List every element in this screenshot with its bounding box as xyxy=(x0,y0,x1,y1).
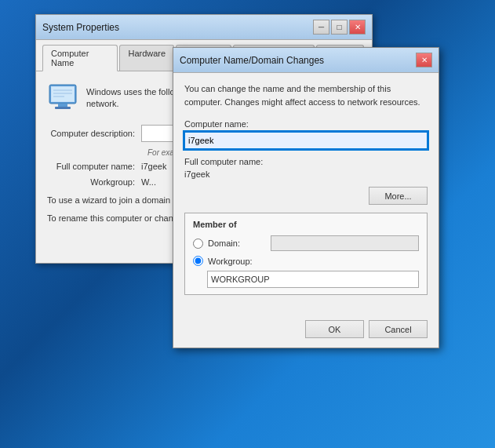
workgroup-radio-row: Workgroup: xyxy=(193,256,419,266)
maximize-button[interactable]: □ xyxy=(331,20,348,35)
title-bar-controls: ─ □ ✕ xyxy=(313,20,366,35)
system-props-title: System Properties xyxy=(42,22,119,33)
more-button[interactable]: More... xyxy=(369,187,428,205)
computer-icon xyxy=(47,82,78,114)
tab-hardware[interactable]: Hardware xyxy=(119,45,174,71)
full-computer-name-label: Full computer name: xyxy=(47,162,141,171)
computer-name-field-label: Computer name: xyxy=(184,119,428,129)
workgroup-input[interactable] xyxy=(207,271,419,288)
full-computer-name-field-value: i7geek xyxy=(184,169,428,179)
ok-button[interactable]: OK xyxy=(305,320,364,338)
workgroup-radio-label: Workgroup: xyxy=(208,257,271,266)
domain-radio-row: Domain: xyxy=(193,235,419,251)
close-button[interactable]: ✕ xyxy=(349,20,366,35)
domain-dialog-close-button[interactable]: ✕ xyxy=(416,53,432,67)
member-of-group: Member of Domain: Workgroup: xyxy=(184,213,428,295)
domain-input[interactable] xyxy=(271,235,419,251)
minimize-button[interactable]: ─ xyxy=(313,20,329,35)
workgroup-radio[interactable] xyxy=(193,256,203,266)
svg-rect-2 xyxy=(58,104,67,107)
more-btn-row: More... xyxy=(184,187,428,205)
cancel-button[interactable]: Cancel xyxy=(369,320,428,338)
domain-radio-label: Domain: xyxy=(208,239,271,248)
svg-rect-4 xyxy=(52,87,74,101)
computer-name-field[interactable] xyxy=(184,132,428,149)
svg-rect-3 xyxy=(55,107,71,109)
domain-title-bar-controls: ✕ xyxy=(416,53,432,67)
tab-computer-name[interactable]: Computer Name xyxy=(42,45,118,71)
domain-dialog-content: You can change the name and the membersh… xyxy=(173,73,439,314)
domain-info-text: You can change the name and the membersh… xyxy=(184,82,428,108)
domain-radio[interactable] xyxy=(193,239,203,249)
domain-changes-dialog: Computer Name/Domain Changes ✕ You can c… xyxy=(173,47,439,348)
member-of-title: Member of xyxy=(193,220,419,229)
workgroup-label: Workgroup: xyxy=(47,177,141,187)
system-props-title-bar: System Properties ─ □ ✕ xyxy=(36,15,372,40)
computer-desc-label: Computer description: xyxy=(47,129,141,138)
full-computer-name-field-label: Full computer name: xyxy=(184,157,428,166)
domain-dialog-title-bar: Computer Name/Domain Changes ✕ xyxy=(173,48,439,73)
dialog-buttons: OK Cancel xyxy=(173,314,439,348)
domain-dialog-title: Computer Name/Domain Changes xyxy=(180,55,324,66)
